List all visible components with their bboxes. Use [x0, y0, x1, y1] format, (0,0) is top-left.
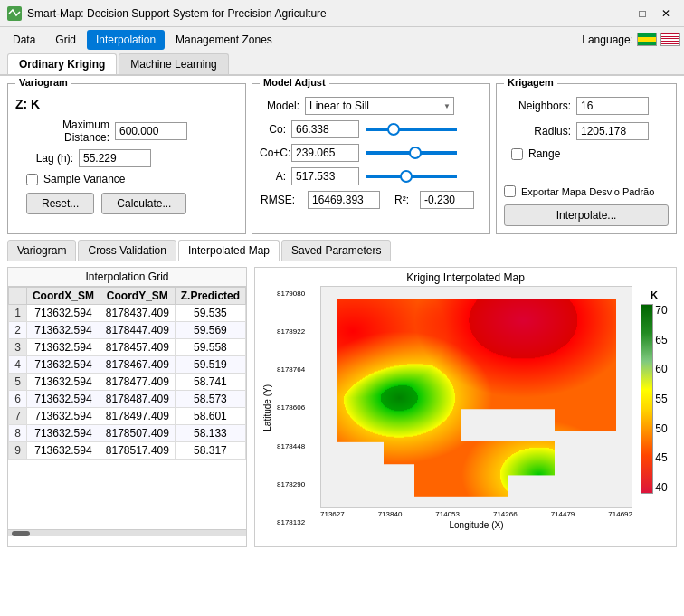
cb-tick-40: 40 [655, 481, 667, 494]
cell-y: 8178447.409 [100, 322, 175, 339]
cell-x: 713632.594 [27, 339, 100, 356]
neighbors-row: Neighbors: [504, 97, 669, 115]
model-adjust-title: Model Adjust [260, 77, 329, 88]
cell-x: 713632.594 [27, 322, 100, 339]
coc-row: Co+C: [260, 144, 482, 162]
rmse-row: RMSE: R²: [260, 191, 482, 209]
rmse-input[interactable] [308, 191, 380, 209]
colorbar-tick-labels: 70 65 60 55 50 45 40 [655, 304, 667, 494]
menu-bar: Data Grid Interpolation Management Zones… [0, 27, 684, 52]
co-label: Co: [260, 123, 291, 136]
language-label: Language: [582, 33, 633, 46]
btab-saved-parameters[interactable]: Saved Parameters [281, 240, 391, 261]
y-tick-2: 8178290 [277, 480, 318, 488]
a-slider[interactable] [366, 175, 457, 178]
cb-tick-60: 60 [655, 363, 667, 375]
x-tick-5: 714479 [551, 510, 575, 518]
language-section: Language: [582, 33, 680, 46]
co-slider[interactable] [366, 128, 457, 131]
close-button[interactable]: ✕ [655, 4, 677, 24]
colorbar-title: K [651, 289, 658, 300]
coc-slider-container [366, 151, 457, 155]
cell-x: 713632.594 [27, 305, 100, 322]
cell-x: 713632.594 [27, 356, 100, 374]
horizontal-scrollbar[interactable] [8, 529, 246, 536]
row-num: 2 [9, 322, 27, 339]
coc-label: Co+C: [260, 147, 291, 159]
variogram-buttons: Reset... Calculate... [26, 193, 238, 214]
menu-interpolation[interactable]: Interpolation [87, 30, 165, 50]
table-scroll[interactable]: CoordX_SM CoordY_SM Z.Predicted 1 713632… [8, 287, 246, 529]
coc-slider[interactable] [366, 151, 457, 155]
reset-button[interactable]: Reset... [26, 193, 94, 214]
table-row: 5 713632.594 8178477.409 58.741 [9, 374, 246, 391]
cb-tick-50: 50 [655, 422, 667, 435]
radius-row: Radius: [504, 122, 669, 140]
neighbors-input[interactable] [576, 97, 649, 115]
max-distance-input[interactable] [115, 122, 187, 140]
row-num: 1 [9, 305, 27, 322]
export-checkbox[interactable] [504, 185, 516, 197]
y-axis-label: Latitude (Y) [262, 384, 272, 431]
menu-management-zones[interactable]: Management Zones [166, 30, 281, 50]
colorbar-content: 70 65 60 55 50 45 40 [641, 304, 667, 494]
maximize-button[interactable]: □ [632, 4, 653, 24]
tab-machine-learning[interactable]: Machine Learning [119, 53, 228, 74]
range-checkbox[interactable] [511, 148, 523, 160]
cell-z: 59.535 [175, 305, 245, 322]
x-tick-2: 713840 [378, 510, 403, 518]
krigagem-title: Krigagem [504, 77, 557, 88]
sample-variance-checkbox[interactable] [26, 174, 38, 185]
row-num: 4 [9, 356, 27, 374]
table-row: 4 713632.594 8178467.409 59.519 [9, 356, 246, 374]
col-header-z: Z.Predicted [175, 288, 245, 305]
btab-cross-validation[interactable]: Cross Validation [78, 240, 176, 261]
flag-us[interactable] [660, 33, 680, 46]
row-num: 6 [9, 391, 27, 408]
a-input[interactable] [291, 167, 359, 185]
lag-input[interactable] [79, 149, 151, 167]
tab-ordinary-kriging[interactable]: Ordinary Kriging [7, 53, 117, 74]
cb-tick-70: 70 [655, 304, 667, 317]
heatmap-wrapper: 713627 713840 714053 714266 714479 71469… [320, 286, 632, 530]
radius-input[interactable] [576, 122, 649, 140]
cell-z: 58.741 [175, 374, 245, 391]
sample-variance-label: Sample Variance [43, 173, 126, 185]
interpolate-button[interactable]: Interpolate... [504, 204, 669, 226]
cell-x: 713632.594 [27, 442, 100, 460]
menu-grid[interactable]: Grid [46, 30, 85, 50]
x-tick-3: 714053 [435, 510, 460, 518]
cell-y: 8178487.409 [100, 391, 175, 408]
table-row: 3 713632.594 8178457.409 59.558 [9, 339, 246, 356]
cell-x: 713632.594 [27, 391, 100, 408]
minimize-button[interactable]: — [608, 4, 630, 24]
col-header-y: CoordY_SM [100, 288, 175, 305]
calculate-button[interactable]: Calculate... [101, 193, 186, 214]
cell-z: 59.558 [175, 339, 245, 356]
btab-variogram[interactable]: Variogram [7, 240, 76, 261]
max-distance-row: Maximum Distance: [15, 118, 238, 144]
coc-input[interactable] [291, 144, 359, 162]
co-input[interactable] [291, 120, 359, 138]
y-tick-labels: 8179080 8178922 8178764 8178606 8178448 … [275, 286, 320, 530]
rmse-label: RMSE: [260, 194, 300, 206]
app-icon [7, 6, 22, 21]
row-num: 3 [9, 339, 27, 356]
heatmap-container: Latitude (Y) 8179080 8178922 8178764 817… [259, 286, 672, 530]
cell-z: 58.601 [175, 408, 245, 425]
x-tick-labels: 713627 713840 714053 714266 714479 71469… [320, 508, 632, 520]
cb-tick-65: 65 [655, 334, 667, 346]
flag-brazil[interactable] [637, 33, 657, 46]
row-num: 8 [9, 425, 27, 442]
table-row: 8 713632.594 8178507.409 58.133 [9, 425, 246, 442]
btab-interpolated-map[interactable]: Interpolated Map [178, 240, 280, 261]
r2-input[interactable] [420, 191, 474, 209]
neighbors-label: Neighbors: [504, 100, 576, 112]
window-controls: — □ ✕ [608, 4, 677, 24]
menu-data[interactable]: Data [4, 30, 44, 50]
a-slider-container [366, 175, 457, 178]
cell-y: 8178477.409 [100, 374, 175, 391]
heatmap-canvas [320, 286, 632, 508]
cell-x: 713632.594 [27, 425, 100, 442]
model-select[interactable]: Linear to Sill Spherical Exponential Gau… [305, 97, 454, 115]
